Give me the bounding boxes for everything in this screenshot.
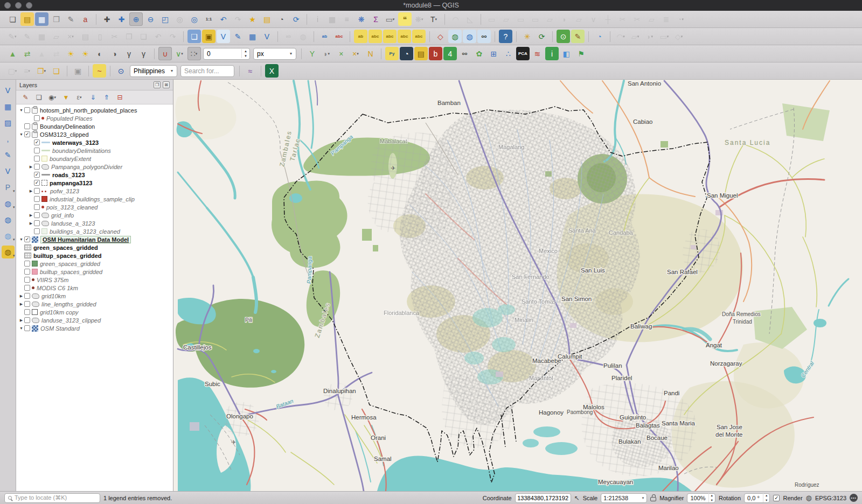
layer-checkbox[interactable] <box>34 204 40 210</box>
layer-tree-item[interactable]: ▼✓OSM3123_clipped <box>16 130 173 138</box>
cut-features-icon[interactable]: ✂ <box>108 30 121 43</box>
zoom-to-layer-icon[interactable]: ◎ <box>187 12 201 26</box>
current-edits-icon[interactable]: ✎▾ <box>6 30 19 43</box>
vertex-tool-icon[interactable]: ×▾ <box>64 30 78 43</box>
split-parts-tool-icon[interactable]: ✂ <box>630 12 644 26</box>
layer-tree-item[interactable]: ✓waterways_3123 <box>16 138 173 146</box>
refresh-map-icon[interactable]: ⟳ <box>289 12 303 26</box>
change-label-icon[interactable]: abc <box>412 30 426 43</box>
layer-checkbox[interactable] <box>24 269 30 275</box>
layer-checkbox[interactable] <box>34 212 40 218</box>
filter-legend-icon[interactable]: ▼ <box>60 92 72 103</box>
add-mesh-layer-icon[interactable]: ▨ <box>2 116 15 129</box>
certificate-plugin-icon[interactable]: ▣ <box>71 64 85 78</box>
shape-digitize-blob-outline-icon[interactable]: ▱ <box>572 12 586 26</box>
tracing-icon[interactable]: N <box>364 47 377 60</box>
layer-tree-item[interactable]: boundaryDelimitations <box>16 146 173 155</box>
layer-tree-item[interactable]: ▼hotosm_phl_north_populated_places <box>16 106 173 114</box>
topological-editing-icon[interactable]: Y <box>305 47 319 60</box>
full-cumulative-stretch-icon[interactable]: ⇄ <box>50 47 63 60</box>
zoom-to-selection-icon[interactable]: ◎ <box>173 12 186 26</box>
local-cumulative-stretch-icon[interactable]: ▲ <box>35 47 48 60</box>
open-attribute-table-icon[interactable]: ▦ <box>325 12 339 26</box>
layer-checkbox[interactable] <box>34 228 40 234</box>
expand-arrow-icon[interactable]: ▼ <box>18 326 24 330</box>
full-histogram-stretch-icon[interactable]: ⇄ <box>20 47 34 60</box>
add-virtual-layer-icon[interactable]: V <box>2 165 15 178</box>
new-spatialite-layer-icon[interactable]: ✎ <box>231 30 245 43</box>
enable-snapping-icon[interactable]: ∪ <box>158 47 172 60</box>
layer-tree-item[interactable]: ▼✓OSM Humanitarian Data Model <box>16 235 173 243</box>
layer-tree-item[interactable]: MODIS C6 1km <box>16 284 173 292</box>
expand-arrow-icon[interactable]: ▼ <box>18 237 24 241</box>
layer-diagram-icon[interactable]: abc <box>332 30 346 43</box>
messages-icon[interactable]: ••• <box>850 494 858 502</box>
layer-tree-item[interactable]: green_spaces_gridded <box>16 243 173 251</box>
float-panel-button[interactable]: ❐ <box>154 81 161 88</box>
pin-labels-icon[interactable]: ab <box>354 30 367 43</box>
expand-arrow-icon[interactable]: ▶ <box>18 302 24 306</box>
expand-arrow-icon[interactable]: ▶ <box>28 189 34 193</box>
labels-disabled-icon[interactable]: ab <box>282 30 295 43</box>
layers-sync-plugin-icon[interactable]: ≋ <box>531 47 544 60</box>
save-layer-edits-icon[interactable]: ▦ <box>35 30 48 43</box>
add-feature-icon[interactable]: ▱ <box>50 30 63 43</box>
layer-tree-item[interactable]: builtup_spaces_gridded <box>16 251 173 260</box>
geocode-search-icon[interactable]: ⊙ <box>114 64 128 78</box>
new-geopackage-layer-icon[interactable]: ▣ <box>202 30 215 43</box>
avoid-overlap-blob-icon[interactable]: ◗▾ <box>320 47 333 60</box>
expand-arrow-icon[interactable]: ▼ <box>18 132 24 136</box>
select-by-location-icon[interactable]: ❏ <box>50 64 63 78</box>
pointer-icon[interactable]: ↖ <box>574 494 580 502</box>
search-layers-plugin-icon[interactable]: ⊙ <box>557 30 570 43</box>
advanced-digitize-curve-icon[interactable]: ◠▾ <box>614 30 628 43</box>
paste-features-icon[interactable]: ❏ <box>137 30 150 43</box>
open-project-icon[interactable]: ▤ <box>20 12 34 26</box>
pin-blob-tool-icon[interactable]: ▱ <box>645 12 658 26</box>
zoom-next-icon[interactable]: ↷ <box>231 12 245 26</box>
web-add-service-icon[interactable]: ◍ <box>448 30 462 43</box>
rotation-spin[interactable]: 0,0 ° ▲▼ <box>744 493 770 503</box>
layer-checkbox[interactable] <box>34 188 40 194</box>
toggle-editing-icon[interactable]: ✎ <box>20 30 34 43</box>
statistical-summary-icon[interactable]: ≡ <box>340 12 353 26</box>
grid-plugin-icon[interactable]: ⊞ <box>487 47 500 60</box>
increase-gamma-icon[interactable]: γ <box>122 47 136 60</box>
add-vector-layer-icon[interactable]: V <box>2 84 15 97</box>
text-annotation-icon[interactable]: T▾ <box>427 12 441 26</box>
topology-checker-icon[interactable]: ✳ <box>520 30 534 43</box>
checkout-polygon-icon[interactable]: ◇ <box>434 30 447 43</box>
layer-checkbox[interactable]: ✓ <box>34 172 40 178</box>
layer-tree-item[interactable]: ▶line_lengths_gridded <box>16 300 173 308</box>
rotate-label-icon[interactable]: abc <box>398 30 411 43</box>
add-postgis-layer-icon[interactable]: P▾ <box>2 181 15 194</box>
show-layout-manager-icon[interactable]: ✎ <box>64 12 78 26</box>
python-console-icon[interactable]: Py <box>385 47 399 60</box>
advanced-digitize-poly-icon[interactable]: ◇▾ <box>672 30 686 43</box>
deselect-features-icon[interactable]: ❐▾ <box>35 64 48 78</box>
highlight-pinned-labels-icon[interactable]: abc <box>369 30 382 43</box>
layer-checkbox[interactable] <box>24 309 30 315</box>
decrease-contrast-icon[interactable]: ◑ <box>108 47 121 60</box>
layer-checkbox[interactable] <box>24 301 30 307</box>
split-view-plugin-icon[interactable]: ◧ <box>560 47 573 60</box>
layer-tree-item[interactable]: green_spaces_gridded <box>16 260 173 268</box>
increase-brightness-icon[interactable]: ☀ <box>64 47 78 60</box>
pca-plugin-icon[interactable]: PCA <box>516 47 530 60</box>
new-temporary-scratch-layer-icon[interactable]: ▦ <box>246 30 259 43</box>
copy-features-icon[interactable]: ❐ <box>122 30 136 43</box>
layer-labeling-icon[interactable]: ab <box>318 30 331 43</box>
snapping-units[interactable]: px▾ <box>253 48 296 60</box>
magnifier-spin[interactable]: 100% ▲▼ <box>687 493 715 503</box>
advanced-digitize-blob-icon[interactable]: ▱▾ <box>629 30 642 43</box>
quickosm-plugin-icon[interactable]: 4 <box>443 47 457 60</box>
layer-tree-item[interactable]: ✓pampanga3123 <box>16 179 173 187</box>
measure-line-icon[interactable]: ▭▾ <box>384 12 397 26</box>
expand-all-icon[interactable]: ⇓ <box>87 92 99 103</box>
zoom-full-extent-icon[interactable]: ◰ <box>158 12 172 26</box>
snapping-tolerance[interactable]: ▲▼ <box>203 48 250 60</box>
annotation-curve-icon[interactable]: ◠ <box>449 12 462 26</box>
style-manager-icon[interactable]: a <box>79 12 92 26</box>
shape-digitize-blob-solid-icon[interactable]: ◗ <box>558 12 571 26</box>
processing-toolbox-icon[interactable]: ❋ <box>354 12 368 26</box>
